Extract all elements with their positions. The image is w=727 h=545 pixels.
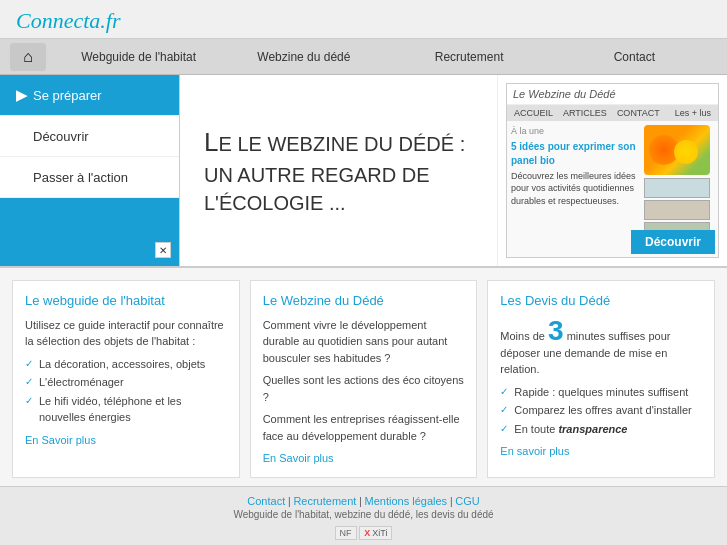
webzine-preview-content: À la une 5 idées pour exprimer son panel…: [507, 121, 718, 246]
footer-link-recrutement[interactable]: Recrutement: [293, 495, 356, 507]
hero-menu-blue-bg: ✕: [0, 198, 179, 266]
nf-icon: NF: [340, 528, 352, 538]
webzine-image-column: [644, 125, 714, 242]
webzine-section-label: À la une: [511, 125, 640, 138]
webzine-article-text: Découvrez les meilleures idées pour vos …: [511, 170, 640, 208]
col3-link[interactable]: En savoir plus: [500, 445, 569, 457]
webzine-nav-contact[interactable]: CONTACT: [614, 107, 663, 119]
menu-decouvrir[interactable]: ▶ Découvrir: [0, 116, 179, 157]
col3-intro-before: Moins de: [500, 330, 545, 342]
col1-intro: Utilisez ce guide interactif pour connaî…: [25, 317, 227, 350]
menu-passer-action[interactable]: ▶ Passer à l'action: [0, 157, 179, 198]
bottom-columns: Le webguide de l'habitat Utilisez ce gui…: [0, 268, 727, 487]
close-button[interactable]: ✕: [155, 242, 171, 258]
webzine-nav-plus-lus[interactable]: Les + lus: [672, 107, 714, 119]
nav-webzine[interactable]: Webzine du dédé: [221, 46, 386, 68]
col-devis: Les Devis du Dédé Moins de 3 minutes suf…: [487, 280, 715, 478]
col3-title: Les Devis du Dédé: [500, 291, 702, 311]
page-footer: Contact | Recrutement | Mentions légales…: [0, 487, 727, 546]
menu-se-preparer[interactable]: ▶ Se préparer: [0, 75, 179, 116]
xiti-label: XiTi: [372, 528, 387, 538]
webzine-preview-header: Le Webzine du Dédé: [507, 84, 718, 105]
nav-recrutement[interactable]: Recrutement: [387, 46, 552, 68]
col2-q1: Comment vivre le développement durable a…: [263, 317, 465, 367]
footer-link-cgu[interactable]: CGU: [455, 495, 479, 507]
arrow-icon: ▶: [16, 87, 27, 103]
site-logo[interactable]: Connecta.fr: [16, 8, 121, 33]
webzine-preview-nav: ACCUEIL ARTICLES CONTACT Les + lus: [507, 105, 718, 121]
nf-badge: NF: [335, 526, 357, 540]
col3-big-number: 3: [548, 315, 564, 346]
nav-webguide[interactable]: Webguide de l'habitat: [56, 46, 221, 68]
webzine-article-title: 5 idées pour exprimer son panel bio: [511, 140, 640, 168]
xiti-badge: X XiTi: [359, 526, 392, 540]
col3-list: Rapide : quelques minutes suffisent Comp…: [500, 384, 702, 438]
list-item: En toute transparence: [500, 421, 702, 438]
hero-section: ▶ Se préparer ▶ Découvrir ▶ Passer à l'a…: [0, 75, 727, 268]
list-item: Rapide : quelques minutes suffisent: [500, 384, 702, 401]
nav-contact[interactable]: Contact: [552, 46, 717, 68]
thumb-1: [644, 178, 710, 198]
footer-link-mentions[interactable]: Mentions légales: [365, 495, 448, 507]
col-webzine: Le Webzine du Dédé Comment vivre le déve…: [250, 280, 478, 478]
list-item: L'électroménager: [25, 374, 227, 391]
footer-links: Contact | Recrutement | Mentions légales…: [8, 495, 719, 507]
thumb-2: [644, 200, 710, 220]
webzine-nav-home[interactable]: ACCUEIL: [511, 107, 556, 119]
home-icon: ⌂: [23, 48, 33, 66]
col3-intro: Moins de 3 minutes suffises pour déposer…: [500, 317, 702, 378]
col2-link[interactable]: En Savoir plus: [263, 452, 334, 464]
col2-q3: Comment les entreprises réagissent-elle …: [263, 411, 465, 444]
arrow-icon: ▶: [16, 169, 27, 185]
col1-list: La décoration, accessoires, objets L'éle…: [25, 356, 227, 426]
fruit-image: [644, 125, 710, 175]
list-item: Le hifi vidéo, téléphone et les nouvelle…: [25, 393, 227, 426]
webzine-nav-articles[interactable]: ARTICLES: [560, 107, 610, 119]
hero-center-text: Le Le webzine du dédé : un autre regard …: [180, 75, 497, 266]
main-nav: ⌂ Webguide de l'habitat Webzine du dédé …: [0, 39, 727, 75]
hero-left-menu: ▶ Se préparer ▶ Découvrir ▶ Passer à l'a…: [0, 75, 180, 266]
footer-description: Webguide de l'habitat, webzine du dédé, …: [8, 509, 719, 520]
hero-title: Le Le webzine du dédé : un autre regard …: [204, 124, 473, 216]
home-nav-button[interactable]: ⌂: [10, 43, 46, 71]
decouvrir-button[interactable]: Découvrir: [631, 230, 715, 254]
col2-q2: Quelles sont les actions des éco citoyen…: [263, 372, 465, 405]
webzine-text-column: À la une 5 idées pour exprimer son panel…: [511, 125, 640, 242]
xiti-icon: X: [364, 528, 370, 538]
col2-title: Le Webzine du Dédé: [263, 291, 465, 311]
site-header: Connecta.fr: [0, 0, 727, 39]
col1-link[interactable]: En Savoir plus: [25, 434, 96, 446]
hero-right-preview: Le Webzine du Dédé ACCUEIL ARTICLES CONT…: [497, 75, 727, 266]
arrow-icon: ▶: [16, 128, 27, 144]
footer-link-contact[interactable]: Contact: [247, 495, 285, 507]
list-item: Comparez les offres avant d'installer: [500, 402, 702, 419]
col-webguide: Le webguide de l'habitat Utilisez ce gui…: [12, 280, 240, 478]
col1-title: Le webguide de l'habitat: [25, 291, 227, 311]
footer-badges: NF X XiTi: [8, 524, 719, 540]
list-item: La décoration, accessoires, objets: [25, 356, 227, 373]
